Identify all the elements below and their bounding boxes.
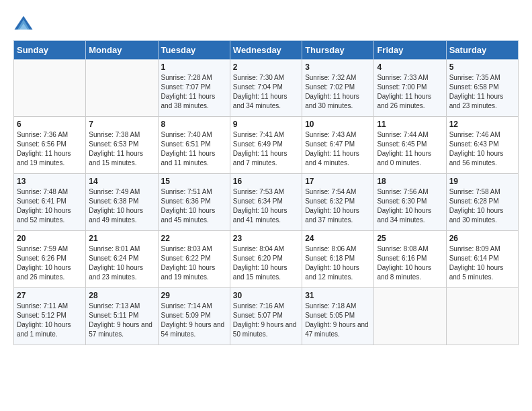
day-number: 15 xyxy=(161,177,227,186)
day-info: Sunrise: 7:54 AM Sunset: 6:32 PM Dayligh… xyxy=(305,187,371,225)
calendar-cell: 5Sunrise: 7:35 AM Sunset: 6:58 PM Daylig… xyxy=(446,60,518,117)
calendar-cell: 29Sunrise: 7:14 AM Sunset: 5:09 PM Dayli… xyxy=(158,288,230,345)
day-info: Sunrise: 7:41 AM Sunset: 6:49 PM Dayligh… xyxy=(233,130,299,168)
day-number: 2 xyxy=(233,62,299,72)
day-info: Sunrise: 7:33 AM Sunset: 7:00 PM Dayligh… xyxy=(377,73,443,111)
weekday-header-tuesday: Tuesday xyxy=(158,41,230,60)
weekday-header-row: SundayMondayTuesdayWednesdayThursdayFrid… xyxy=(14,41,519,60)
day-number: 22 xyxy=(161,234,227,243)
calendar-cell: 26Sunrise: 8:09 AM Sunset: 6:14 PM Dayli… xyxy=(446,231,518,288)
day-number: 8 xyxy=(161,120,227,129)
day-number: 14 xyxy=(89,177,154,186)
calendar-cell xyxy=(14,60,86,117)
day-number: 18 xyxy=(377,177,443,186)
calendar-cell: 2Sunrise: 7:30 AM Sunset: 7:04 PM Daylig… xyxy=(230,60,302,117)
day-info: Sunrise: 7:44 AM Sunset: 6:45 PM Dayligh… xyxy=(377,130,443,168)
day-info: Sunrise: 8:08 AM Sunset: 6:16 PM Dayligh… xyxy=(377,244,443,282)
calendar-cell: 8Sunrise: 7:40 AM Sunset: 6:51 PM Daylig… xyxy=(158,117,230,174)
day-number: 26 xyxy=(449,234,515,243)
day-info: Sunrise: 7:18 AM Sunset: 5:05 PM Dayligh… xyxy=(305,302,371,339)
calendar-cell: 4Sunrise: 7:33 AM Sunset: 7:00 PM Daylig… xyxy=(374,60,446,117)
day-number: 24 xyxy=(305,234,371,243)
day-info: Sunrise: 7:16 AM Sunset: 5:07 PM Dayligh… xyxy=(233,302,299,339)
day-info: Sunrise: 7:35 AM Sunset: 6:58 PM Dayligh… xyxy=(449,73,515,111)
calendar-cell: 14Sunrise: 7:49 AM Sunset: 6:38 PM Dayli… xyxy=(86,174,158,231)
day-number: 27 xyxy=(17,291,83,300)
calendar-cell: 10Sunrise: 7:43 AM Sunset: 6:47 PM Dayli… xyxy=(302,117,374,174)
calendar-cell: 25Sunrise: 8:08 AM Sunset: 6:16 PM Dayli… xyxy=(374,231,446,288)
calendar-cell: 13Sunrise: 7:48 AM Sunset: 6:41 PM Dayli… xyxy=(14,174,86,231)
day-number: 21 xyxy=(89,234,154,243)
day-info: Sunrise: 7:49 AM Sunset: 6:38 PM Dayligh… xyxy=(89,187,154,225)
day-info: Sunrise: 7:30 AM Sunset: 7:04 PM Dayligh… xyxy=(233,73,299,111)
day-info: Sunrise: 7:36 AM Sunset: 6:56 PM Dayligh… xyxy=(17,130,83,168)
day-number: 11 xyxy=(377,120,443,129)
calendar-cell: 12Sunrise: 7:46 AM Sunset: 6:43 PM Dayli… xyxy=(446,117,518,174)
day-info: Sunrise: 7:48 AM Sunset: 6:41 PM Dayligh… xyxy=(17,187,83,225)
calendar-cell: 31Sunrise: 7:18 AM Sunset: 5:05 PM Dayli… xyxy=(302,288,374,345)
day-info: Sunrise: 7:58 AM Sunset: 6:28 PM Dayligh… xyxy=(449,187,515,225)
calendar-week-row: 27Sunrise: 7:11 AM Sunset: 5:12 PM Dayli… xyxy=(14,288,519,345)
calendar-cell: 15Sunrise: 7:51 AM Sunset: 6:36 PM Dayli… xyxy=(158,174,230,231)
day-number: 9 xyxy=(233,120,299,129)
day-number: 23 xyxy=(233,234,299,243)
calendar-cell: 3Sunrise: 7:32 AM Sunset: 7:02 PM Daylig… xyxy=(302,60,374,117)
day-info: Sunrise: 8:04 AM Sunset: 6:20 PM Dayligh… xyxy=(233,244,299,282)
day-number: 19 xyxy=(449,177,515,186)
day-number: 16 xyxy=(233,177,299,186)
page-header xyxy=(13,13,519,34)
day-info: Sunrise: 7:28 AM Sunset: 7:07 PM Dayligh… xyxy=(161,73,227,111)
calendar-week-row: 1Sunrise: 7:28 AM Sunset: 7:07 PM Daylig… xyxy=(14,60,519,117)
day-info: Sunrise: 7:13 AM Sunset: 5:11 PM Dayligh… xyxy=(89,302,154,339)
calendar-cell: 21Sunrise: 8:01 AM Sunset: 6:24 PM Dayli… xyxy=(86,231,158,288)
day-info: Sunrise: 7:53 AM Sunset: 6:34 PM Dayligh… xyxy=(233,187,299,225)
calendar-cell: 19Sunrise: 7:58 AM Sunset: 6:28 PM Dayli… xyxy=(446,174,518,231)
day-info: Sunrise: 7:14 AM Sunset: 5:09 PM Dayligh… xyxy=(161,302,227,339)
calendar-week-row: 6Sunrise: 7:36 AM Sunset: 6:56 PM Daylig… xyxy=(14,117,519,174)
weekday-header-saturday: Saturday xyxy=(446,41,518,60)
day-info: Sunrise: 7:59 AM Sunset: 6:26 PM Dayligh… xyxy=(17,244,83,282)
calendar-cell xyxy=(374,288,446,345)
calendar-cell xyxy=(86,60,158,117)
calendar-cell xyxy=(446,288,518,345)
calendar-cell: 17Sunrise: 7:54 AM Sunset: 6:32 PM Dayli… xyxy=(302,174,374,231)
day-number: 13 xyxy=(17,177,83,186)
day-info: Sunrise: 7:40 AM Sunset: 6:51 PM Dayligh… xyxy=(161,130,227,168)
calendar-cell: 7Sunrise: 7:38 AM Sunset: 6:53 PM Daylig… xyxy=(86,117,158,174)
day-number: 4 xyxy=(377,62,443,72)
calendar-cell: 24Sunrise: 8:06 AM Sunset: 6:18 PM Dayli… xyxy=(302,231,374,288)
weekday-header-monday: Monday xyxy=(86,41,158,60)
calendar-cell: 30Sunrise: 7:16 AM Sunset: 5:07 PM Dayli… xyxy=(230,288,302,345)
day-number: 30 xyxy=(233,291,299,300)
day-info: Sunrise: 8:03 AM Sunset: 6:22 PM Dayligh… xyxy=(161,244,227,282)
calendar-week-row: 20Sunrise: 7:59 AM Sunset: 6:26 PM Dayli… xyxy=(14,231,519,288)
weekday-header-wednesday: Wednesday xyxy=(230,41,302,60)
day-number: 29 xyxy=(161,291,227,300)
weekday-header-friday: Friday xyxy=(374,41,446,60)
day-number: 3 xyxy=(305,62,371,72)
day-info: Sunrise: 7:32 AM Sunset: 7:02 PM Dayligh… xyxy=(305,73,371,111)
day-number: 6 xyxy=(17,120,83,129)
calendar-cell: 1Sunrise: 7:28 AM Sunset: 7:07 PM Daylig… xyxy=(158,60,230,117)
day-number: 28 xyxy=(89,291,154,300)
day-number: 31 xyxy=(305,291,371,300)
day-info: Sunrise: 7:38 AM Sunset: 6:53 PM Dayligh… xyxy=(89,130,154,168)
weekday-header-thursday: Thursday xyxy=(302,41,374,60)
calendar-cell: 16Sunrise: 7:53 AM Sunset: 6:34 PM Dayli… xyxy=(230,174,302,231)
weekday-header-sunday: Sunday xyxy=(14,41,86,60)
day-info: Sunrise: 7:11 AM Sunset: 5:12 PM Dayligh… xyxy=(17,302,83,339)
calendar-cell: 18Sunrise: 7:56 AM Sunset: 6:30 PM Dayli… xyxy=(374,174,446,231)
day-info: Sunrise: 8:01 AM Sunset: 6:24 PM Dayligh… xyxy=(89,244,154,282)
day-number: 5 xyxy=(449,62,515,72)
day-info: Sunrise: 8:09 AM Sunset: 6:14 PM Dayligh… xyxy=(449,244,515,282)
calendar-cell: 23Sunrise: 8:04 AM Sunset: 6:20 PM Dayli… xyxy=(230,231,302,288)
day-number: 12 xyxy=(449,120,515,129)
day-number: 17 xyxy=(305,177,371,186)
calendar-cell: 6Sunrise: 7:36 AM Sunset: 6:56 PM Daylig… xyxy=(14,117,86,174)
day-info: Sunrise: 7:46 AM Sunset: 6:43 PM Dayligh… xyxy=(449,130,515,168)
day-number: 10 xyxy=(305,120,371,129)
calendar-cell: 22Sunrise: 8:03 AM Sunset: 6:22 PM Dayli… xyxy=(158,231,230,288)
logo xyxy=(13,13,36,34)
calendar-table: SundayMondayTuesdayWednesdayThursdayFrid… xyxy=(13,40,519,345)
day-info: Sunrise: 7:56 AM Sunset: 6:30 PM Dayligh… xyxy=(377,187,443,225)
